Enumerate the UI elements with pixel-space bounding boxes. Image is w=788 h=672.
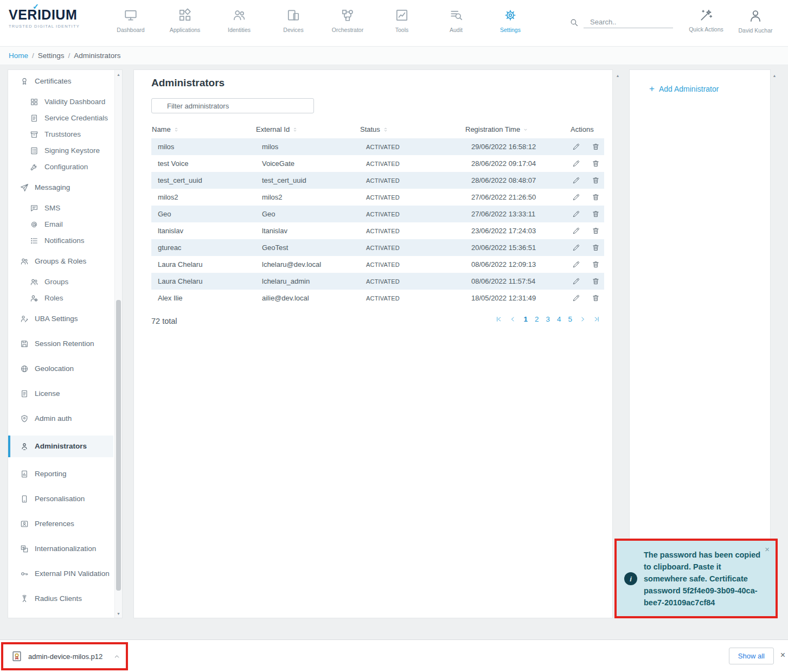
sidebar-item-preferences[interactable]: Preferences [8, 516, 113, 532]
edit-icon[interactable] [572, 227, 580, 235]
delete-icon[interactable] [592, 210, 600, 218]
edit-icon[interactable] [572, 143, 580, 151]
nav-settings[interactable]: Settings [483, 4, 537, 33]
cell-registration-time: 08/06/2022 12:09:13 [465, 256, 570, 273]
sort-desc-icon[interactable] [523, 127, 528, 132]
edit-icon[interactable] [572, 244, 580, 252]
nav-identities[interactable]: Identities [212, 4, 266, 33]
downloaded-file-chip[interactable]: admin-device-milos.p12 [1, 642, 128, 670]
sort-icon[interactable] [383, 127, 388, 132]
sidebar-item-radius-clients[interactable]: Radius Clients [8, 591, 113, 607]
veridium-logo[interactable]: VERIDIUM ✓ TRUSTED DIGITAL IDENTITY [9, 8, 80, 29]
breadcrumb-home[interactable]: Home [9, 52, 28, 60]
table-row: Laura Chelaru lchelaru@dev.local ACTIVAT… [151, 256, 604, 273]
delete-icon[interactable] [592, 277, 600, 285]
sidebar-item-administrators[interactable]: Administrators [8, 436, 113, 457]
cell-registration-time: 18/05/2022 12:31:49 [465, 290, 570, 306]
cell-name: Geo [151, 206, 255, 222]
add-administrator-button[interactable]: + Add Administrator [649, 84, 719, 93]
delete-icon[interactable] [592, 294, 600, 302]
column-header-external-id[interactable]: External Id [255, 120, 360, 138]
edit-icon[interactable] [572, 260, 580, 268]
nav-applications[interactable]: Applications [158, 4, 212, 33]
delete-icon[interactable] [592, 227, 600, 235]
nav-devices[interactable]: Devices [266, 4, 321, 33]
scrollbar-thumb[interactable] [116, 300, 121, 591]
tools-icon [395, 8, 409, 22]
cell-status: ACTIVATED [360, 239, 465, 256]
page-number-5[interactable]: 5 [568, 315, 572, 323]
column-header-registration-time[interactable]: Registration Time [465, 120, 570, 138]
nav-dashboard[interactable]: Dashboard [104, 4, 158, 33]
document-icon [30, 114, 39, 123]
sidebar-item-reporting[interactable]: Reporting [8, 466, 113, 482]
first-page-icon[interactable] [495, 316, 502, 323]
filter-administrators-input[interactable] [151, 98, 314, 113]
edit-icon[interactable] [572, 159, 580, 168]
nav-audit[interactable]: Audit [429, 4, 483, 33]
scroll-down-icon[interactable]: ▼ [115, 609, 122, 618]
sidebar-item-admin-auth[interactable]: Admin auth [8, 411, 113, 427]
sidebar-item-configuration[interactable]: Configuration [8, 159, 113, 175]
sidebar-item-uba-settings[interactable]: UBA Settings [8, 311, 113, 327]
delete-icon[interactable] [592, 143, 600, 151]
edit-icon[interactable] [572, 176, 580, 184]
previous-page-icon[interactable] [509, 316, 516, 323]
sidebar-item-license[interactable]: License [8, 386, 113, 402]
sidebar-item-validity-dashboard[interactable]: Validity Dashboard [8, 94, 113, 110]
sort-icon[interactable] [174, 127, 179, 132]
sidebar-item-certificates[interactable]: Certificates [8, 73, 113, 89]
page-number-2[interactable]: 2 [535, 315, 539, 323]
user-menu[interactable]: David Kuchar [731, 4, 780, 34]
delete-icon[interactable] [592, 244, 600, 252]
sidebar-item-external-pin-validation[interactable]: External PIN Validation [8, 566, 113, 582]
sidebar-item-geolocation[interactable]: Geolocation [8, 361, 113, 377]
sidebar-item-internationalization[interactable]: Internationalization [8, 541, 113, 557]
sidebar-item-signing-keystore[interactable]: Signing Keystore [8, 143, 113, 159]
sidebar-item-service-credentials[interactable]: Service Credentials [8, 110, 113, 126]
close-icon[interactable]: × [780, 651, 785, 660]
quick-actions-button[interactable]: Quick Actions [682, 4, 731, 33]
edit-icon[interactable] [572, 210, 580, 218]
sort-icon[interactable] [292, 127, 298, 132]
page-number-4[interactable]: 4 [557, 315, 561, 323]
sidebar-scrollbar[interactable]: ▲ ▼ [114, 70, 122, 618]
nav-tools[interactable]: Tools [375, 4, 429, 33]
edit-icon[interactable] [572, 277, 580, 285]
sidebar-item-groups[interactable]: Groups [8, 274, 113, 290]
delete-icon[interactable] [592, 193, 600, 201]
edit-icon[interactable] [572, 193, 580, 201]
sidebar-item-session-retention[interactable]: Session Retention [8, 336, 113, 352]
page-number-1[interactable]: 1 [523, 315, 528, 323]
search-input[interactable] [584, 16, 673, 28]
nav-orchestrator[interactable]: Orchestrator [321, 4, 375, 33]
scroll-up-icon[interactable]: ▲ [771, 71, 778, 80]
search-box [569, 16, 673, 28]
sidebar-item-roles[interactable]: Roles [8, 290, 113, 306]
last-page-icon[interactable] [593, 316, 600, 323]
sidebar-item-label: Reporting [35, 470, 67, 479]
sidebar-item-messaging[interactable]: Messaging [8, 180, 113, 196]
delete-icon[interactable] [592, 260, 600, 268]
cell-registration-time: 29/06/2022 16:58:12 [465, 138, 570, 155]
scroll-up-icon[interactable]: ▲ [115, 70, 122, 79]
chevron-up-icon[interactable] [113, 653, 120, 660]
edit-icon[interactable] [572, 294, 580, 302]
sidebar-item-sms[interactable]: SMS [8, 200, 113, 216]
show-all-button[interactable]: Show all [729, 648, 774, 664]
sidebar-item-personalisation[interactable]: Personalisation [8, 491, 113, 507]
sidebar-item-truststores[interactable]: Truststores [8, 126, 113, 143]
column-header-name[interactable]: Name [151, 120, 255, 138]
sidebar-item-groups-roles[interactable]: Groups & Roles [8, 253, 113, 270]
scroll-up-icon[interactable]: ▲ [614, 71, 622, 80]
column-header-status[interactable]: Status [360, 120, 465, 138]
sidebar-item-notifications[interactable]: Notifications [8, 233, 113, 249]
delete-icon[interactable] [592, 176, 600, 184]
sidebar-item-email[interactable]: Email [8, 216, 113, 233]
page-number-3[interactable]: 3 [546, 315, 550, 323]
close-icon[interactable]: × [765, 545, 770, 553]
next-page-icon[interactable] [579, 316, 586, 323]
delete-icon[interactable] [592, 159, 600, 168]
add-administrator-label: Add Administrator [659, 85, 719, 93]
breadcrumb-settings[interactable]: Settings [38, 52, 65, 60]
